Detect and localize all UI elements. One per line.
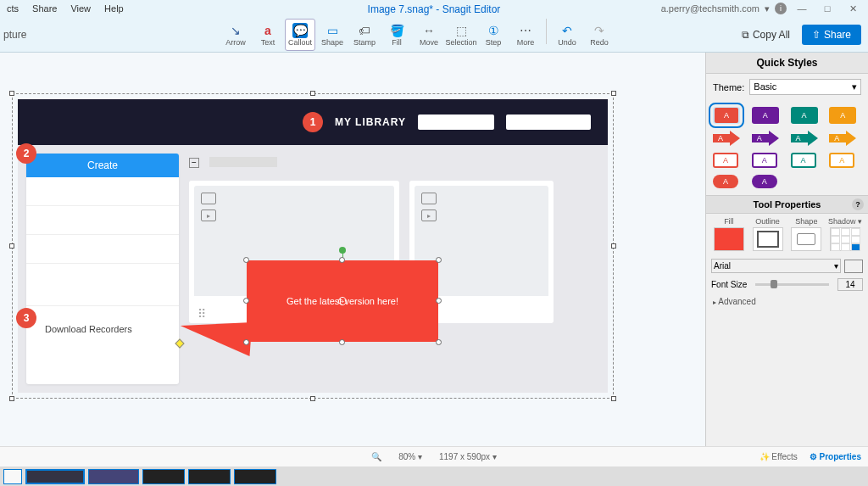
- fill-swatch[interactable]: [714, 227, 744, 251]
- menu-item[interactable]: Share: [25, 3, 64, 14]
- style-outline[interactable]: A: [829, 153, 854, 168]
- style-outline[interactable]: A: [791, 153, 816, 168]
- style-outline[interactable]: A: [752, 153, 777, 168]
- callout-box[interactable]: Get the latest version here! +: [247, 260, 438, 342]
- callout-handle[interactable]: [339, 257, 345, 263]
- callout-handle[interactable]: [243, 257, 249, 263]
- properties-button[interactable]: ⚙ Properties: [810, 452, 861, 461]
- center-handle[interactable]: +: [338, 297, 347, 305]
- svg-marker-1: [752, 131, 779, 146]
- zoom-level[interactable]: 80% ▾: [398, 452, 422, 461]
- effects-button[interactable]: ✨ Effects: [760, 452, 798, 461]
- drag-handle-icon[interactable]: ⠿: [198, 311, 207, 316]
- theme-label: Theme:: [713, 82, 744, 92]
- document-selection[interactable]: 1 MY LIBRARY 2 Create 3: [12, 93, 614, 399]
- tray-thumb[interactable]: [234, 469, 276, 484]
- minimize-button[interactable]: —: [792, 2, 812, 15]
- callout-handle[interactable]: [436, 339, 442, 345]
- redo-button[interactable]: ↷Redo: [584, 19, 615, 51]
- font-color[interactable]: [844, 260, 863, 273]
- user-email[interactable]: a.perry@techsmith.com: [661, 3, 760, 14]
- resize-handle[interactable]: [611, 243, 616, 249]
- font-size-slider[interactable]: [755, 283, 829, 286]
- canvas-area[interactable]: 1 MY LIBRARY 2 Create 3: [0, 53, 705, 465]
- menu-item[interactable]: cts: [0, 3, 25, 14]
- collapse-button[interactable]: −: [189, 158, 199, 168]
- tray-thumb[interactable]: [25, 469, 85, 484]
- shape-swatch[interactable]: [791, 227, 821, 251]
- font-select[interactable]: Arial ▾: [711, 259, 841, 273]
- resize-handle[interactable]: [611, 396, 616, 401]
- sidebar-row: [26, 264, 179, 306]
- style-arrow[interactable]: A: [829, 131, 856, 146]
- shadow-swatch[interactable]: [830, 227, 860, 251]
- tool-arrow[interactable]: ↘Arrow: [220, 19, 251, 51]
- font-size-label: Font Size: [711, 280, 747, 289]
- callout-tail[interactable]: [179, 317, 253, 356]
- style-outline[interactable]: A: [713, 153, 738, 168]
- resize-handle[interactable]: [310, 91, 315, 96]
- advanced-toggle[interactable]: Advanced: [706, 293, 868, 310]
- style-arrow[interactable]: A: [752, 131, 779, 146]
- callout-handle[interactable]: [436, 257, 442, 263]
- callout-handle[interactable]: [243, 339, 249, 345]
- tray-thumb[interactable]: [188, 469, 231, 484]
- menu-item[interactable]: View: [64, 3, 97, 14]
- sidebar-row: [26, 206, 179, 235]
- style-swatch[interactable]: A: [713, 107, 740, 124]
- create-button[interactable]: Create: [26, 154, 179, 177]
- tool-step[interactable]: ①Step: [478, 19, 509, 51]
- tool-stamp[interactable]: 🏷Stamp: [349, 19, 380, 51]
- style-arrow[interactable]: A: [713, 131, 740, 146]
- tool-selection[interactable]: ⬚Selection: [446, 19, 476, 51]
- svg-marker-0: [713, 131, 740, 146]
- tool-shape[interactable]: ▭Shape: [317, 19, 348, 51]
- resize-handle[interactable]: [611, 91, 616, 96]
- menu-item[interactable]: Help: [97, 3, 131, 14]
- tool-more[interactable]: ⋯More: [510, 19, 541, 51]
- close-button[interactable]: ✕: [843, 2, 863, 15]
- dimensions-display[interactable]: 1197 x 590px ▾: [439, 452, 497, 461]
- tool-text[interactable]: aText: [253, 19, 283, 51]
- help-icon[interactable]: ?: [852, 198, 864, 210]
- maximize-button[interactable]: □: [817, 2, 837, 15]
- step-badge-3[interactable]: 3: [16, 308, 36, 328]
- step-badge-1[interactable]: 1: [303, 112, 323, 132]
- undo-button[interactable]: ↶Undo: [552, 19, 582, 51]
- download-recorders-row[interactable]: 3 Download Recorders: [26, 306, 179, 352]
- style-pill[interactable]: A: [752, 175, 777, 188]
- style-swatch[interactable]: A: [791, 107, 818, 124]
- font-size-input[interactable]: 14: [837, 278, 863, 291]
- step-badge-2[interactable]: 2: [16, 143, 36, 164]
- style-pill[interactable]: A: [713, 175, 738, 188]
- tool-move[interactable]: ↔Move: [414, 19, 444, 51]
- style-swatch[interactable]: A: [829, 107, 856, 124]
- outline-swatch[interactable]: [753, 227, 783, 251]
- user-dropdown-icon[interactable]: ▾: [765, 3, 770, 14]
- my-library-label: MY LIBRARY: [335, 116, 406, 128]
- share-button[interactable]: ⇧Share: [802, 25, 861, 45]
- resize-handle[interactable]: [9, 243, 14, 249]
- arrow-icon: ↘: [228, 23, 243, 38]
- zoom-icon[interactable]: 🔍: [371, 452, 381, 461]
- callout-handle[interactable]: [436, 298, 442, 304]
- tool-fill[interactable]: 🪣Fill: [381, 19, 412, 51]
- callout-handle[interactable]: [339, 339, 345, 345]
- resize-handle[interactable]: [9, 91, 14, 96]
- tool-callout[interactable]: 💬Callout: [285, 19, 315, 51]
- copy-all-button[interactable]: ⧉Copy All: [735, 25, 797, 44]
- resize-handle[interactable]: [9, 396, 14, 401]
- callout-handle[interactable]: [243, 298, 249, 304]
- tray-thumb[interactable]: [3, 469, 22, 484]
- tray-thumb[interactable]: [88, 469, 139, 484]
- theme-select[interactable]: Basic ▾: [749, 79, 861, 95]
- sidebar-row: [26, 177, 179, 206]
- style-arrow[interactable]: A: [791, 131, 818, 146]
- style-swatch[interactable]: A: [752, 107, 779, 124]
- tool-properties-header: Tool Properties ?: [706, 195, 868, 214]
- tray-thumb[interactable]: [142, 469, 185, 484]
- copy-icon: ⧉: [742, 29, 749, 41]
- resize-handle[interactable]: [310, 396, 315, 401]
- info-icon[interactable]: i: [775, 3, 787, 14]
- thumbnail-tray[interactable]: [0, 466, 868, 486]
